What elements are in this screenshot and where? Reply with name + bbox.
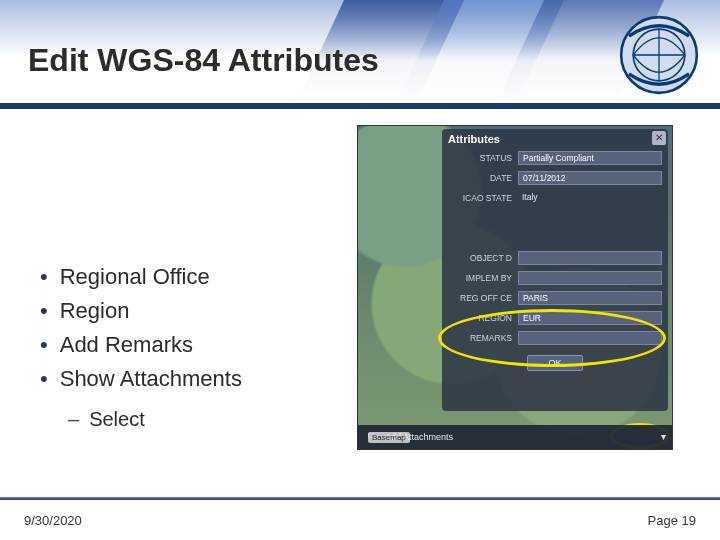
header-banner: Edit WGS-84 Attributes (0, 0, 720, 103)
date-input[interactable]: 07/11/2012 (518, 171, 662, 185)
field-row-status: STATUS Partially Compliant (448, 149, 662, 167)
field-row-regoffice: REG OFF CE PARIS (448, 289, 662, 307)
list-sub-item: Select (68, 404, 340, 435)
icao-state-label: ICAO STATE (448, 193, 518, 203)
list-item: Regional Office (40, 260, 340, 294)
page-title: Edit WGS-84 Attributes (28, 42, 379, 79)
field-row-objectid: OBJECT D (448, 249, 662, 267)
date-label: DATE (448, 173, 518, 183)
highlight-ellipse (438, 309, 666, 367)
objectid-label: OBJECT D (448, 253, 518, 263)
icao-state-value: Italy (518, 191, 662, 205)
slide-root: Edit WGS-84 Attributes Regional Office R… (0, 0, 720, 540)
list-item: Add Remarks (40, 328, 340, 362)
list-item: Show Attachments (40, 362, 340, 396)
footer-page: Page 19 (648, 513, 696, 528)
implemby-input[interactable] (518, 271, 662, 285)
chevron-down-icon: ▾ (661, 425, 666, 449)
footer-divider (0, 497, 720, 500)
regoffice-input[interactable]: PARIS (518, 291, 662, 305)
icao-logo-icon (616, 12, 702, 98)
implemby-label: IMPLEM BY (448, 273, 518, 283)
regoffice-label: REG OFF CE (448, 293, 518, 303)
close-icon[interactable]: ✕ (652, 131, 666, 145)
list-item: Region (40, 294, 340, 328)
footer-date: 9/30/2020 (24, 513, 82, 528)
field-row-state: ICAO STATE Italy (448, 189, 662, 207)
header-divider (0, 103, 720, 109)
basemap-toggle[interactable]: Basemap (368, 432, 410, 443)
bullet-list: Regional Office Region Add Remarks Show … (40, 260, 340, 435)
field-row-implemby: IMPLEM BY (448, 269, 662, 287)
embedded-screenshot: Attributes ✕ STATUS Partially Compliant … (357, 125, 673, 450)
panel-title: Attributes (448, 133, 662, 145)
status-label: STATUS (448, 153, 518, 163)
field-row-date: DATE 07/11/2012 (448, 169, 662, 187)
attributes-panel: Attributes ✕ STATUS Partially Compliant … (442, 129, 668, 411)
status-select[interactable]: Partially Compliant (518, 151, 662, 165)
objectid-input[interactable] (518, 251, 662, 265)
